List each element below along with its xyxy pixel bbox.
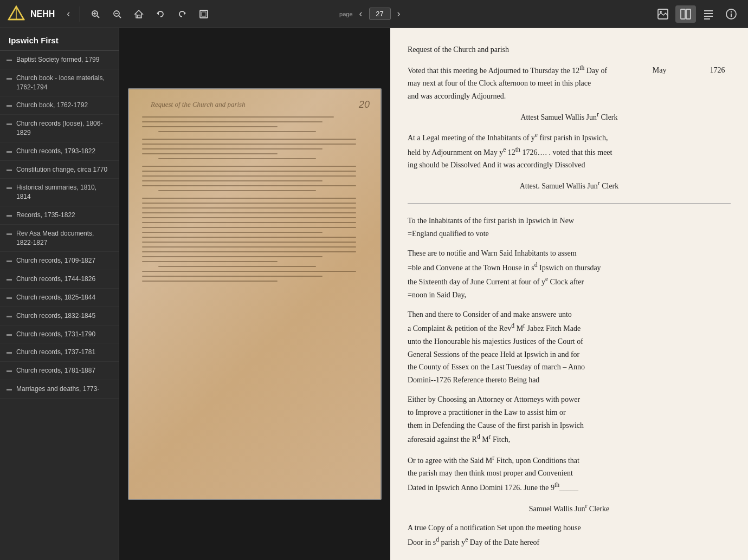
image-panel: 20 Request of the Church and parish — [119, 28, 390, 560]
sidebar-item-13[interactable]: ▬ Church records, 1731-1790 — [0, 325, 119, 344]
view-image-button[interactable] — [653, 5, 673, 23]
page-navigation: page ‹ › — [339, 6, 403, 22]
sidebar-item-label-5: Constitution change, circa 1770 — [16, 165, 107, 174]
home-icon — [134, 9, 144, 19]
fullscreen-button[interactable] — [195, 6, 212, 22]
zoom-out-button[interactable] — [108, 6, 126, 22]
attest-2: Attest. Samuel Wallis Junr Clerk — [408, 178, 731, 192]
sidebar-item-9[interactable]: ▬ Church records, 1709-1827 — [0, 252, 119, 270]
sidebar-item-7[interactable]: ▬ Records, 1735-1822 — [0, 206, 119, 225]
sidebar-item-label-8: Rev Asa Mead documents, 1822-1827 — [16, 229, 112, 248]
sidebar-item-16[interactable]: ▬ Marriages and deaths, 1773- — [0, 380, 119, 399]
sidebar-item-1[interactable]: ▬ Church book - loose materials, 1762-17… — [0, 69, 119, 97]
sidebar-item-label-10: Church records, 1744-1826 — [16, 275, 95, 284]
zoom-in-button[interactable] — [87, 6, 104, 22]
svg-point-26 — [731, 11, 732, 12]
sidebar-item-2[interactable]: ▬ Church book, 1762-1792 — [0, 96, 119, 115]
document-image[interactable]: 20 Request of the Church and parish — [128, 88, 382, 500]
sidebar-item-label-1: Church book - loose materials, 1762-1794 — [16, 74, 112, 92]
sidebar-item-label-6: Historical summaries, 1810, 1814 — [16, 183, 112, 201]
sidebar-item-label-13: Church records, 1731-1790 — [16, 330, 95, 339]
sidebar-item-label-9: Church records, 1709-1827 — [16, 256, 95, 265]
para-7: Or to agree with the Said Mr Fitch, upon… — [408, 453, 731, 494]
sidebar-item-11[interactable]: ▬ Church records, 1825-1844 — [0, 289, 119, 307]
sidebar-item-label-7: Records, 1735-1822 — [16, 211, 75, 220]
para-5: Then and there to Consider of and make a… — [408, 308, 731, 387]
image-view-icon — [657, 8, 669, 20]
attest-3: Samuel Wallis Junr Clerke — [408, 501, 731, 515]
sidebar-item-14[interactable]: ▬ Church records, 1737-1781 — [0, 343, 119, 362]
doc-icon-6: ▬ — [7, 184, 12, 190]
redo-icon — [177, 9, 187, 19]
para-6: Either by Choosing an Attorney or Attorn… — [408, 393, 731, 446]
home-button[interactable] — [130, 6, 147, 22]
page-label: page — [339, 11, 352, 17]
svg-line-4 — [97, 16, 99, 18]
para-2: At a Legal meeting of the Inhabitants of… — [408, 130, 731, 172]
svg-line-8 — [119, 16, 121, 18]
undo-icon — [156, 9, 165, 19]
toolbar: NEHH ‹ — [0, 0, 748, 28]
doc-icon-13: ▬ — [7, 331, 12, 337]
view-info-button[interactable] — [721, 5, 741, 23]
sidebar-item-8[interactable]: ▬ Rev Asa Mead documents, 1822-1827 — [0, 225, 119, 252]
doc-icon-14: ▬ — [7, 349, 12, 355]
toolbar-right — [653, 5, 741, 23]
app-logo: NEHH — [7, 4, 55, 24]
sidebar-item-label-12: Church records, 1832-1845 — [16, 311, 95, 321]
split-view-icon — [680, 8, 692, 20]
document-viewer: 20 Request of the Church and parish — [119, 28, 748, 560]
sidebar-item-12[interactable]: ▬ Church records, 1832-1845 — [0, 307, 119, 325]
text-view-icon — [702, 8, 714, 20]
sidebar-item-label-2: Church book, 1762-1792 — [16, 101, 88, 110]
attest-1: Attest Samuel Wallis Junr Clerk — [408, 109, 731, 123]
svg-rect-14 — [200, 10, 208, 18]
section-divider — [408, 203, 731, 204]
svg-marker-10 — [135, 10, 143, 18]
main-content: Ipswich First ▬ Baptist Society formed, … — [0, 28, 748, 560]
doc-icon-15: ▬ — [7, 367, 12, 373]
undo-button[interactable] — [152, 6, 169, 22]
redo-button[interactable] — [173, 6, 191, 22]
next-page-button[interactable]: › — [394, 6, 404, 22]
doc-icon-9: ▬ — [7, 257, 12, 263]
sidebar-item-label-14: Church records, 1737-1781 — [16, 348, 95, 357]
nav-back-button[interactable]: ‹ — [63, 6, 73, 22]
doc-icon-11: ▬ — [7, 294, 12, 300]
sidebar-item-10[interactable]: ▬ Church records, 1744-1826 — [0, 270, 119, 289]
sidebar-item-0[interactable]: ▬ Baptist Society formed, 1799 — [0, 51, 119, 69]
view-split-button[interactable] — [675, 5, 696, 23]
svg-rect-18 — [681, 9, 685, 19]
sidebar-item-label-15: Church records, 1781-1887 — [16, 366, 95, 375]
para-8: A true Copy of a notification Set upon t… — [408, 522, 731, 549]
fullscreen-icon — [199, 9, 209, 19]
page-number-input[interactable] — [369, 8, 391, 20]
doc-icon-3: ▬ — [7, 120, 12, 126]
prev-page-button[interactable]: ‹ — [356, 6, 366, 22]
sidebar-item-label-0: Baptist Society formed, 1799 — [16, 55, 99, 64]
doc-icon-7: ▬ — [7, 212, 12, 218]
section-heading: Request of the Church and parish — [408, 43, 731, 56]
doc-icon-2: ▬ — [7, 102, 12, 108]
sidebar-item-15[interactable]: ▬ Church records, 1781-1887 — [0, 362, 119, 380]
transcription-text: Request of the Church and parish Voted t… — [408, 43, 731, 549]
doc-icon-10: ▬ — [7, 276, 12, 282]
doc-icon-8: ▬ — [7, 230, 12, 236]
sidebar-item-label-3: Church records (loose), 1806-1829 — [16, 119, 112, 138]
sidebar-item-5[interactable]: ▬ Constitution change, circa 1770 — [0, 161, 119, 179]
text-panel[interactable]: Request of the Church and parish Voted t… — [390, 28, 748, 560]
view-text-button[interactable] — [698, 5, 719, 23]
doc-icon-4: ▬ — [7, 148, 12, 154]
doc-icon-5: ▬ — [7, 166, 12, 172]
sidebar-item-6[interactable]: ▬ Historical summaries, 1810, 1814 — [0, 179, 119, 206]
sidebar: Ipswich First ▬ Baptist Society formed, … — [0, 28, 119, 560]
svg-rect-15 — [202, 12, 206, 16]
sidebar-item-4[interactable]: ▬ Church records, 1793-1822 — [0, 142, 119, 161]
doc-icon-0: ▬ — [7, 56, 12, 62]
zoom-out-icon — [112, 9, 122, 19]
sidebar-item-label-11: Church records, 1825-1844 — [16, 293, 95, 302]
para-1: Voted that this meeting be Adjourned to … — [408, 63, 731, 103]
toolbar-separator-1 — [80, 6, 80, 22]
sidebar-item-label-4: Church records, 1793-1822 — [16, 147, 95, 156]
sidebar-item-3[interactable]: ▬ Church records (loose), 1806-1829 — [0, 115, 119, 142]
